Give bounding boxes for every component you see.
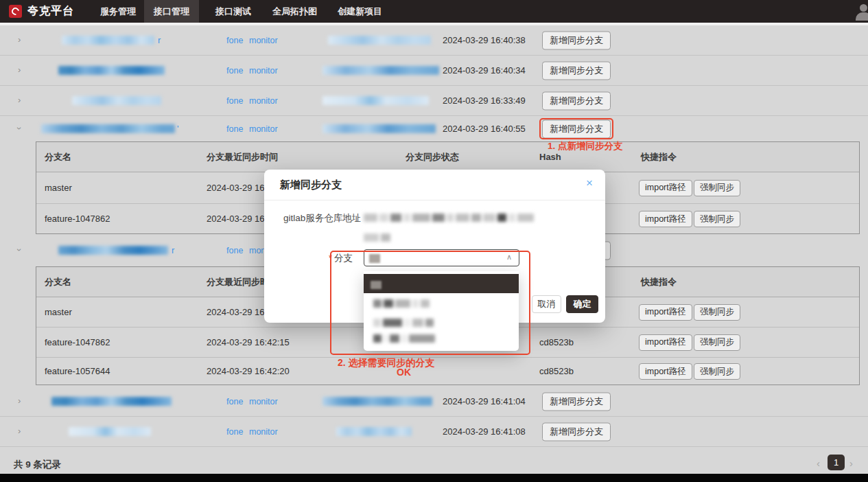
pagination-prev-icon[interactable]: ‹	[817, 457, 820, 469]
nav-item-create-project[interactable]: 创建新项目	[328, 0, 392, 23]
col-quick-commands: 快捷指令	[641, 150, 677, 163]
monitor-link[interactable]: monitor	[249, 124, 278, 133]
sync-time: 2024-03-29 16:40:34	[443, 65, 526, 76]
fone-link[interactable]: fone	[226, 245, 243, 255]
branch-sync-time: 2024-03-29 16:42:15	[207, 337, 290, 347]
fone-link[interactable]: fone	[226, 95, 243, 105]
annotation-step1: 1. 点新增同步分支	[548, 140, 623, 152]
redacted-service-name	[72, 96, 161, 105]
col-sync-status: 分支同步状态	[406, 150, 459, 163]
branch-name: master	[45, 307, 72, 317]
expand-chevron-icon[interactable]: ›	[18, 426, 21, 436]
top-nav: 夸克平台 服务管理 接口管理 接口测试 全局拓扑图 创建新项目	[0, 0, 868, 23]
collapse-chevron-icon[interactable]: ›	[14, 248, 25, 251]
branch-name: feature-1047862	[45, 214, 110, 224]
table-row: › fone monitor 2024-03-29 16:41:04 新增同步分…	[0, 387, 868, 417]
service-name-tail: r	[158, 34, 161, 45]
redacted-repo-url-line2	[364, 233, 390, 242]
nav-item-global-topology[interactable]: 全局拓扑图	[263, 0, 327, 23]
col-hash: Hash	[539, 152, 561, 162]
cancel-button[interactable]: 取消	[532, 295, 561, 313]
expand-chevron-icon[interactable]: ›	[18, 65, 21, 75]
import-path-button[interactable]: import路径	[639, 304, 692, 321]
nav-item-api-mgmt[interactable]: 接口管理	[144, 0, 199, 23]
redacted-option-text	[373, 334, 435, 343]
dropdown-option-selected[interactable]	[364, 274, 519, 293]
redacted-service-name	[62, 36, 154, 45]
branch-dropdown	[364, 271, 519, 351]
branch-row: feature-1057644 2024-03-29 16:42:20 cd85…	[36, 358, 859, 385]
annotation-step2: 2. 选择需要同步的分支	[338, 357, 435, 369]
confirm-button[interactable]: 确定	[566, 295, 598, 313]
import-path-button[interactable]: import路径	[639, 363, 692, 380]
force-sync-button[interactable]: 强制同步	[694, 211, 740, 227]
table-row: › fone monitor 2024-03-29 16:33:49 新增同步分…	[0, 86, 868, 116]
force-sync-button[interactable]: 强制同步	[694, 334, 740, 351]
fone-link[interactable]: fone	[226, 426, 243, 436]
sync-time: 2024-03-29 16:41:08	[443, 426, 526, 437]
monitor-link[interactable]: monitor	[249, 426, 278, 436]
monitor-link[interactable]: monitor	[249, 95, 278, 105]
import-path-button[interactable]: import路径	[639, 211, 692, 227]
branch-label-text: 分支	[334, 253, 353, 263]
expand-chevron-icon[interactable]: ›	[18, 95, 21, 105]
dropdown-option[interactable]	[364, 328, 519, 347]
add-sync-branch-button[interactable]: 新增同步分支	[542, 422, 611, 441]
required-mark: *	[329, 253, 332, 263]
brand-title: 夸克平台	[27, 4, 74, 19]
redacted-option-text	[373, 299, 430, 308]
monitor-link[interactable]: monitor	[249, 396, 278, 406]
fone-link[interactable]: fone	[226, 65, 243, 75]
add-sync-branch-button[interactable]: 新增同步分支	[542, 31, 611, 49]
fone-link[interactable]: fone	[226, 396, 243, 406]
add-sync-branch-button[interactable]: 新增同步分支	[542, 91, 611, 110]
redacted-option-text	[371, 281, 382, 289]
modal-divider	[264, 200, 605, 200]
fone-link[interactable]: fone	[226, 35, 243, 45]
service-name-tail: r	[172, 244, 174, 255]
bottom-black-band	[0, 474, 868, 482]
branch-table-header: 分支名 分支最近同步时间 分支同步状态 Hash 快捷指令	[36, 142, 859, 172]
nav-item-api-test[interactable]: 接口测试	[206, 0, 261, 23]
add-sync-branch-button[interactable]: 新增同步分支	[542, 119, 611, 138]
sync-time: 2024-03-29 16:40:55	[443, 124, 526, 134]
branch-name: feature-1057644	[45, 366, 110, 376]
redacted-description	[322, 96, 429, 105]
expand-chevron-icon[interactable]: ›	[18, 395, 21, 406]
branch-sync-time: 2024-03-29 16:4	[207, 183, 272, 193]
collapse-chevron-icon[interactable]: ›	[14, 126, 25, 129]
redacted-repo-url	[364, 214, 534, 222]
table-row: › fone monitor 2024-03-29 16:40:34 新增同步分…	[0, 56, 868, 86]
import-path-button[interactable]: import路径	[639, 334, 692, 351]
pagination-next-icon[interactable]: ›	[849, 457, 853, 469]
add-sync-branch-button[interactable]: 新增同步分支	[542, 61, 611, 80]
app-window: 夸克平台 服务管理 接口管理 接口测试 全局拓扑图 创建新项目 › r fone…	[0, 0, 868, 482]
dropdown-option[interactable]	[364, 293, 519, 312]
redacted-description	[322, 397, 432, 406]
branch-name: feature-1047862	[45, 337, 110, 347]
pagination-page-1[interactable]: 1	[828, 455, 845, 470]
monitor-link[interactable]: monitor	[249, 65, 278, 75]
modal-title: 新增同步分支	[280, 179, 342, 192]
force-sync-button[interactable]: 强制同步	[694, 363, 740, 380]
nav-bottom-strip	[0, 23, 868, 25]
force-sync-button[interactable]: 强制同步	[694, 304, 740, 321]
logo-swirl	[10, 6, 21, 16]
redacted-description	[336, 427, 412, 436]
chevron-up-icon: ∧	[506, 253, 512, 262]
fone-link[interactable]: fone	[226, 124, 243, 133]
branch-sync-time: 2024-03-29 16:4	[207, 307, 272, 317]
monitor-link[interactable]: monitor	[249, 35, 278, 45]
add-sync-branch-button[interactable]: 新增同步分支	[542, 392, 611, 411]
col-branch-name: 分支名	[45, 275, 71, 288]
col-branch-name: 分支名	[45, 150, 71, 163]
import-path-button[interactable]: import路径	[639, 180, 692, 196]
user-avatar-icon[interactable]	[856, 4, 868, 21]
branch-select[interactable]: ∧	[364, 249, 519, 266]
nav-item-service-mgmt[interactable]: 服务管理	[91, 0, 145, 23]
expand-chevron-icon[interactable]: ›	[18, 34, 21, 45]
brand-logo-icon[interactable]	[9, 5, 22, 18]
close-icon[interactable]: ×	[586, 177, 593, 189]
force-sync-button[interactable]: 强制同步	[694, 180, 740, 196]
table-row-expanded: › ' fone monitor 2024-03-29 16:40:55 新增同…	[0, 116, 868, 141]
